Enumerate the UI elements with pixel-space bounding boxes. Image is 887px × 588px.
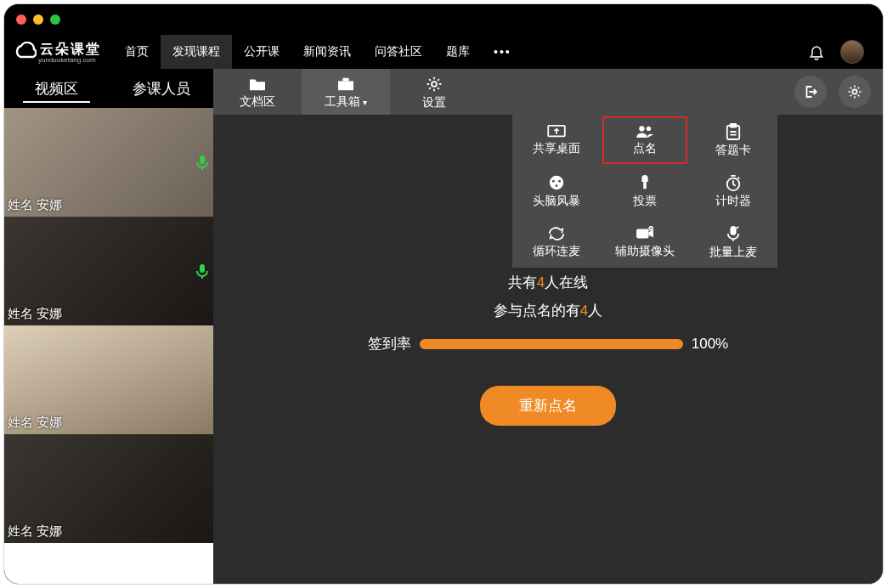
svg-rect-2 — [200, 264, 205, 273]
signin-rate-row: 签到率 100% — [368, 334, 728, 353]
folder-icon — [248, 76, 267, 92]
dd-loop-mic[interactable]: 循环连麦 — [512, 217, 601, 268]
app-window: 云朵课堂 yunduoketang.com 首页 发现课程 公开课 新闻资讯 问… — [3, 3, 884, 585]
bell-icon[interactable] — [808, 43, 825, 60]
toolbox-icon — [336, 76, 355, 92]
dd-bulk-mic[interactable]: 批量上麦 — [689, 217, 777, 268]
tool-settings[interactable]: 设置 — [390, 69, 478, 115]
share-screen-icon — [547, 125, 566, 139]
vote-icon — [637, 174, 653, 191]
tool-row: 文档区 工具箱 设置 — [213, 69, 883, 115]
svg-point-16 — [556, 184, 558, 187]
participated-stat: 参与点名的有4人 — [494, 301, 602, 320]
exit-button[interactable] — [794, 76, 827, 108]
nav-qa[interactable]: 问答社区 — [363, 35, 434, 69]
participant-name: 姓名 安娜 — [8, 415, 62, 431]
cloud-icon — [13, 42, 37, 62]
svg-point-6 — [432, 82, 437, 87]
rate-label: 签到率 — [368, 334, 411, 353]
svg-rect-3 — [201, 276, 203, 279]
nav-home[interactable]: 首页 — [113, 35, 161, 69]
svg-point-10 — [647, 126, 651, 130]
participant-name: 姓名 安娜 — [8, 523, 62, 540]
progress-bar — [420, 339, 683, 349]
settings-button[interactable] — [839, 76, 871, 108]
re-rollcall-button[interactable]: 重新点名 — [480, 386, 616, 426]
video-list: 姓名 安娜 姓名 安娜 姓名 安娜 — [4, 108, 213, 584]
people-icon — [636, 125, 654, 139]
mic-icon — [196, 263, 208, 279]
loop-mic-icon — [547, 226, 566, 241]
exit-icon — [803, 84, 818, 99]
tab-video-area[interactable]: 视频区 — [4, 69, 109, 108]
window-close-dot[interactable] — [16, 14, 26, 25]
nav-more[interactable]: ••• — [482, 35, 523, 69]
toolbox-dropdown: 共享桌面 点名 答题卡 头脑风暴 投票 — [512, 115, 777, 268]
tab-participants[interactable]: 参课人员 — [109, 69, 213, 108]
svg-rect-12 — [730, 124, 736, 127]
aux-cam-icon — [636, 226, 654, 241]
logo-sub: yunduoketang.com — [38, 56, 101, 64]
dd-timer[interactable]: 计时器 — [689, 166, 777, 217]
svg-point-15 — [558, 179, 561, 182]
svg-rect-21 — [732, 239, 734, 241]
window-titlebar — [4, 4, 883, 35]
gear-icon — [426, 76, 443, 93]
bulk-mic-icon — [726, 225, 740, 242]
online-stat: 共有4人在线 — [508, 273, 588, 292]
mic-icon — [196, 155, 208, 170]
logo[interactable]: 云朵课堂 yunduoketang.com — [13, 41, 101, 64]
svg-point-14 — [552, 179, 555, 182]
video-cell[interactable]: 姓名 安娜 — [4, 108, 213, 217]
participant-name: 姓名 安娜 — [8, 197, 62, 213]
svg-rect-4 — [338, 81, 353, 90]
svg-rect-1 — [201, 167, 203, 170]
video-thumb — [4, 543, 213, 584]
video-cell[interactable]: 姓名 安娜 — [4, 325, 213, 434]
main-area: 文档区 工具箱 设置 — [213, 69, 883, 584]
top-nav: 云朵课堂 yunduoketang.com 首页 发现课程 公开课 新闻资讯 问… — [4, 35, 883, 69]
dd-roll-call[interactable]: 点名 — [601, 115, 689, 166]
svg-rect-0 — [200, 155, 205, 164]
video-cell[interactable]: 姓名 安娜 — [4, 217, 213, 325]
window-minimize-dot[interactable] — [33, 14, 43, 25]
nav-bank[interactable]: 题库 — [434, 35, 482, 69]
tool-toolbox[interactable]: 工具箱 — [302, 69, 390, 115]
video-cell[interactable] — [4, 543, 213, 584]
video-cell[interactable]: 姓名 安娜 — [4, 434, 213, 543]
dd-share-screen[interactable]: 共享桌面 — [512, 115, 601, 166]
brainstorm-icon — [548, 174, 565, 191]
timer-icon — [725, 174, 742, 191]
nav-open-class[interactable]: 公开课 — [232, 35, 291, 69]
tool-doc-area[interactable]: 文档区 — [213, 69, 302, 115]
nav-discover[interactable]: 发现课程 — [161, 35, 232, 69]
dd-aux-camera[interactable]: 辅助摄像头 — [601, 217, 689, 268]
svg-rect-5 — [342, 78, 348, 82]
rate-value: 100% — [692, 336, 728, 353]
card-icon — [726, 123, 741, 140]
svg-point-13 — [550, 175, 563, 189]
dd-answer-card[interactable]: 答题卡 — [689, 115, 777, 166]
svg-rect-18 — [636, 229, 648, 238]
svg-point-7 — [852, 89, 856, 93]
gear-icon — [847, 84, 862, 99]
user-avatar[interactable] — [840, 40, 864, 64]
logo-text: 云朵课堂 — [40, 42, 101, 56]
nav-news[interactable]: 新闻资讯 — [291, 35, 363, 69]
dd-vote[interactable]: 投票 — [601, 166, 689, 217]
window-maximize-dot[interactable] — [50, 14, 60, 25]
svg-point-9 — [639, 126, 644, 131]
sidebar: 视频区 参课人员 姓名 安娜 姓名 安娜 — [4, 69, 213, 584]
svg-rect-20 — [730, 226, 736, 235]
dd-brainstorm[interactable]: 头脑风暴 — [512, 166, 601, 217]
participant-name: 姓名 安娜 — [8, 306, 62, 322]
